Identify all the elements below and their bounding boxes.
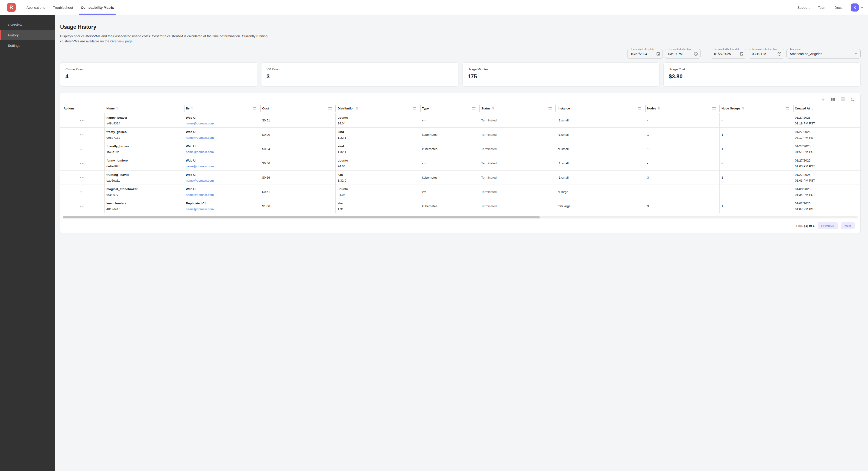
sort-icon[interactable]: ⇅ <box>270 107 273 110</box>
email-link[interactable]: name@domain.com <box>186 207 258 211</box>
column-header-type[interactable]: Type⇅ <box>420 104 434 113</box>
cell-by: Web UIname@domain.com <box>184 171 260 185</box>
cell-type: kubernetes <box>420 128 434 142</box>
cell-cost: $0.54 <box>260 142 336 156</box>
cell-distribution: kind1.32.1 <box>336 128 420 142</box>
nav-tab-compatibility-matrix[interactable]: Compatibility Matrix <box>77 0 118 15</box>
cell-name: funny_lumierede9ed87d <box>104 156 184 171</box>
stat-label: Cluster Count <box>65 67 257 71</box>
main-content: Usage History Displays prior clusters/VM… <box>55 15 434 235</box>
sort-icon[interactable]: ⇅ <box>191 107 193 110</box>
cell-name: magical_stonebrakerfe3f8977 <box>104 185 184 199</box>
cell-by: Web UIname@domain.com <box>184 185 260 199</box>
usage-history-table: Actions Name⇅ By⇅ Cost⇅ Distribution⇅ Ty… <box>60 104 434 213</box>
drag-handle-icon[interactable] <box>253 107 256 110</box>
cell-type: kubernetes <box>420 171 434 185</box>
row-actions-button[interactable] <box>60 113 104 128</box>
description-line2: clusters/VMs are available on the <box>60 39 110 43</box>
table-row: magical_stonebrakerfe3f8977 Web UIname@d… <box>60 185 434 199</box>
email-link[interactable]: name@domain.com <box>186 179 258 182</box>
cell-by: Web UIname@domain.com <box>184 142 260 156</box>
stat-label: VM Count <box>267 67 434 71</box>
filter-bar: Terminated after date 10/27/2024 Termina… <box>60 49 434 59</box>
cell-name: trusting_leavittcae5ea11 <box>104 171 184 185</box>
table-toolbar <box>60 93 434 104</box>
email-link[interactable]: name@domain.com <box>186 150 258 154</box>
row-actions-button[interactable] <box>60 171 104 185</box>
cell-name: frosty_galileo995b7182 <box>104 128 184 142</box>
cell-distribution: eks1.31 <box>336 199 420 213</box>
cell-cost: $0.66 <box>260 171 336 185</box>
stat-card-cluster-count: Cluster Count 4 <box>60 62 257 86</box>
email-link[interactable]: name@domain.com <box>186 193 258 197</box>
column-header-distribution[interactable]: Distribution⇅ <box>336 104 420 113</box>
sort-icon[interactable]: ⇅ <box>116 107 118 110</box>
cell-name: friendly_brown1f40a19e <box>104 142 184 156</box>
row-actions-button[interactable] <box>60 185 104 199</box>
nav-tab-troubleshoot[interactable]: Troubleshoot <box>49 0 77 15</box>
nav-tab-applications[interactable]: Applications <box>23 0 49 15</box>
email-link[interactable]: name@domain.com <box>186 122 258 125</box>
cell-type: kubernetes <box>420 142 434 156</box>
cell-distribution: ubuntu24.04 <box>336 113 420 128</box>
column-header-actions: Actions <box>60 104 104 113</box>
cell-distribution: k3s1.32.0 <box>336 171 420 185</box>
top-nav: R Applications Troubleshoot Compatibilit… <box>0 0 434 15</box>
stat-card-vm-count: VM Count 3 <box>261 62 434 86</box>
cell-cost: $0.00 <box>260 128 336 142</box>
row-actions-button[interactable] <box>60 128 104 142</box>
cell-type: vm <box>420 185 434 199</box>
usage-table-card: Actions Name⇅ By⇅ Cost⇅ Distribution⇅ Ty… <box>60 93 434 233</box>
row-actions-button[interactable] <box>60 142 104 156</box>
cell-cost: $0.51 <box>260 185 336 199</box>
sidebar-item-overview[interactable]: Overview <box>0 20 55 30</box>
page-description: Displays prior clusters/VMs and their as… <box>60 34 434 44</box>
primary-nav: Applications Troubleshoot Compatibility … <box>23 0 118 15</box>
row-actions-button[interactable] <box>60 156 104 171</box>
stat-value: 4 <box>65 73 257 80</box>
table-scroll-area[interactable]: Actions Name⇅ By⇅ Cost⇅ Distribution⇅ Ty… <box>60 104 434 213</box>
column-header-by[interactable]: By⇅ <box>184 104 260 113</box>
cell-name: keen_lumiere4819de16 <box>104 199 184 213</box>
cell-distribution: ubuntu24.04 <box>336 185 420 199</box>
cell-cost: $1.06 <box>260 199 336 213</box>
table-row: keen_lumiere4819de16 Replicated CLIname@… <box>60 199 434 213</box>
column-header-cost[interactable]: Cost⇅ <box>260 104 336 113</box>
cell-type: vm <box>420 113 434 128</box>
description-period: . <box>132 39 133 43</box>
table-row: frosty_galileo995b7182 Web UIname@domain… <box>60 128 434 142</box>
cell-distribution: kind1.32.1 <box>336 142 420 156</box>
table-header-row: Actions Name⇅ By⇅ Cost⇅ Distribution⇅ Ty… <box>60 104 434 113</box>
sort-icon[interactable]: ⇅ <box>356 107 358 110</box>
table-footer: Page [1] of 1 Previous Next <box>60 218 434 230</box>
drag-handle-icon[interactable] <box>413 107 416 110</box>
email-link[interactable]: name@domain.com <box>186 136 258 139</box>
cell-type: vm <box>420 156 434 171</box>
sidebar-item-history[interactable]: History <box>0 30 55 40</box>
row-actions-button[interactable] <box>60 199 104 213</box>
brand-logo[interactable]: R <box>7 3 16 12</box>
column-header-name[interactable]: Name⇅ <box>104 104 184 113</box>
horizontal-scrollbar-thumb[interactable] <box>63 216 434 218</box>
sidebar-item-settings[interactable]: Settings <box>0 40 55 51</box>
stats-row: Cluster Count 4 VM Count 3 Usage Minutes… <box>60 62 434 86</box>
table-row: friendly_brown1f40a19e Web UIname@domain… <box>60 142 434 156</box>
stat-value: 3 <box>267 73 434 80</box>
table-row: trusting_leavittcae5ea11 Web UIname@doma… <box>60 171 434 185</box>
email-link[interactable]: name@domain.com <box>186 165 258 168</box>
sort-icon[interactable]: ⇅ <box>430 107 433 110</box>
page-title: Usage History <box>60 24 434 30</box>
cell-name: happy_beavera48d9324 <box>104 113 184 128</box>
horizontal-scrollbar[interactable] <box>63 216 434 218</box>
cell-cost: $0.51 <box>260 113 336 128</box>
description-line1: Displays prior clusters/VMs and their as… <box>60 34 268 38</box>
cell-by: Web UIname@domain.com <box>184 156 260 171</box>
cell-by: Replicated CLIname@domain.com <box>184 199 260 213</box>
sidebar: Overview History Settings <box>0 15 55 235</box>
cell-by: Web UIname@domain.com <box>184 128 260 142</box>
cell-by: Web UIname@domain.com <box>184 113 260 128</box>
cell-distribution: ubuntu24.04 <box>336 156 420 171</box>
overview-page-link[interactable]: Overview page <box>110 39 133 43</box>
drag-handle-icon[interactable] <box>328 107 332 110</box>
table-row: happy_beavera48d9324 Web UIname@domain.c… <box>60 113 434 128</box>
